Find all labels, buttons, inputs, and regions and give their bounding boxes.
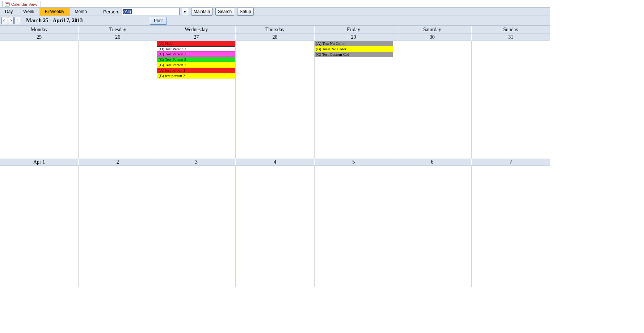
day-cell[interactable] xyxy=(0,166,79,287)
weekday-header: Monday xyxy=(0,26,79,33)
weekday-header: Saturday xyxy=(393,26,472,33)
calendar-event[interactable]: (A) Test No Color xyxy=(315,41,393,46)
day-cell[interactable] xyxy=(0,41,79,159)
day-cell[interactable]: (A) Test No Color(B) Teset No Color(C) T… xyxy=(315,41,393,159)
chevron-down-icon: ▾ xyxy=(184,10,186,14)
calendar-event[interactable]: (D) Test Person 4 xyxy=(157,46,235,51)
document-tab[interactable]: Calendar View xyxy=(2,1,41,7)
search-button[interactable]: Search xyxy=(215,8,234,16)
person-dropdown-button[interactable]: ▾ xyxy=(182,8,188,15)
calendar-event[interactable]: (B) Teset No Color xyxy=(315,46,393,52)
nav-toolbar: < > ^ March 25 - April 7, 2013 Print xyxy=(0,16,550,25)
day-cell[interactable] xyxy=(157,166,236,287)
calendar-event[interactable]: (C) Test Person 3 xyxy=(157,57,235,62)
week1-date-row: 25 26 27 28 29 30 31 xyxy=(0,34,550,41)
app-window: Calendar View Day Week Bi-Weekly Month P… xyxy=(0,0,550,287)
day-cell[interactable] xyxy=(472,41,550,159)
weekday-header: Tuesday xyxy=(79,26,157,33)
main-toolbar: Day Week Bi-Weekly Month Person: (All) ▾… xyxy=(0,7,550,16)
date-header: 4 xyxy=(236,159,314,165)
view-month-button[interactable]: Month xyxy=(70,8,92,16)
calendar-event[interactable]: (C) Test Person 3 xyxy=(157,51,235,57)
calendar-event[interactable]: (B) test person 2 xyxy=(157,73,235,79)
date-header: 31 xyxy=(472,34,550,41)
weekday-header: Friday xyxy=(315,26,393,33)
day-cell[interactable] xyxy=(79,166,157,287)
chevron-right-icon: > xyxy=(10,18,12,22)
date-header: 30 xyxy=(393,34,472,41)
person-combobox[interactable]: (All) xyxy=(122,8,180,15)
day-cell[interactable] xyxy=(236,41,314,159)
up-button[interactable]: ^ xyxy=(14,17,20,24)
day-cell[interactable] xyxy=(236,166,314,287)
form-icon xyxy=(5,2,10,7)
person-label: Person: xyxy=(103,9,119,14)
view-week-button[interactable]: Week xyxy=(18,8,39,16)
day-cell[interactable] xyxy=(393,166,472,287)
setup-button[interactable]: Setup xyxy=(237,8,253,16)
date-header: 7 xyxy=(472,159,550,165)
weekday-header: Wednesday xyxy=(157,26,236,33)
person-combobox-value: (All) xyxy=(123,9,132,14)
next-button[interactable]: > xyxy=(8,17,14,24)
print-button[interactable]: Print xyxy=(150,17,167,25)
week2-body-row xyxy=(0,166,550,287)
date-header: 6 xyxy=(393,159,472,165)
date-header: Apr 1 xyxy=(0,159,79,165)
day-cell[interactable] xyxy=(79,41,157,159)
view-biweekly-button[interactable]: Bi-Weekly xyxy=(40,8,70,16)
calendar-grid: Monday Tuesday Wednesday Thursday Friday… xyxy=(0,25,550,287)
view-day-button[interactable]: Day xyxy=(0,8,18,16)
week2-date-row: Apr 1 2 3 4 5 6 7 xyxy=(0,159,550,166)
date-header: 25 xyxy=(0,34,79,41)
date-header: 5 xyxy=(315,159,393,165)
date-header: 2 xyxy=(79,159,157,165)
calendar-event[interactable]: (B) Test Person 2 xyxy=(157,62,235,68)
weekday-header-row: Monday Tuesday Wednesday Thursday Friday… xyxy=(0,26,550,34)
document-tab-label: Calendar View xyxy=(11,2,37,7)
day-cell[interactable]: (A) N/A(D) Test Person 4(C) Test Person … xyxy=(157,41,236,159)
chevron-left-icon: < xyxy=(3,18,5,22)
calendar-event[interactable]: (A) test person 1 xyxy=(157,68,235,73)
weekday-header: Sunday xyxy=(472,26,550,33)
calendar-event[interactable]: (A) N/A xyxy=(157,41,235,46)
day-cell[interactable] xyxy=(315,166,393,287)
prev-button[interactable]: < xyxy=(1,17,7,24)
date-header: 29 xyxy=(315,34,393,41)
date-header: 3 xyxy=(157,159,236,165)
week1-body-row: (A) N/A(D) Test Person 4(C) Test Person … xyxy=(0,41,550,159)
day-cell[interactable] xyxy=(472,166,550,287)
day-cell[interactable] xyxy=(393,41,472,159)
date-header: 27 xyxy=(157,34,236,41)
date-header: 26 xyxy=(79,34,157,41)
date-header: 28 xyxy=(236,34,314,41)
weekday-header: Thursday xyxy=(236,26,314,33)
date-range-label: March 25 - April 7, 2013 xyxy=(26,17,83,24)
maintain-button[interactable]: Maintain xyxy=(191,8,212,16)
calendar-event[interactable]: (C) Test Custom Col xyxy=(315,52,393,57)
person-filter: Person: (All) ▾ Maintain Search Setup xyxy=(103,8,254,16)
chevron-up-icon: ^ xyxy=(17,18,18,22)
document-tab-strip: Calendar View xyxy=(0,0,550,7)
